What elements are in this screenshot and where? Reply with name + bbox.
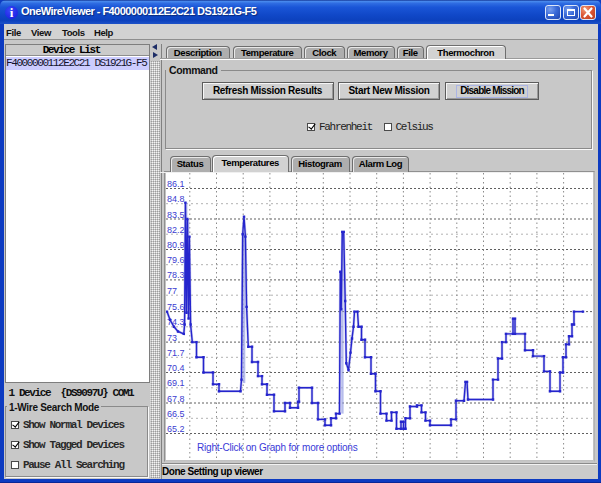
svg-text:77: 77 [167,285,177,295]
svg-text:69.1: 69.1 [167,378,185,388]
svg-text:83.5: 83.5 [167,209,185,219]
svg-text:75.6: 75.6 [167,302,185,312]
svg-text:73: 73 [167,332,177,342]
svg-text:78.3: 78.3 [167,270,185,280]
svg-text:84.8: 84.8 [167,194,185,204]
svg-text:80.9: 80.9 [167,240,185,250]
svg-text:82.2: 82.2 [167,224,185,234]
svg-text:71.7: 71.7 [167,347,185,357]
svg-text:70.4: 70.4 [167,363,185,373]
svg-text:67.8: 67.8 [167,393,185,403]
svg-text:86.1: 86.1 [167,179,185,189]
svg-text:66.5: 66.5 [167,408,185,418]
svg-text:79.6: 79.6 [167,255,185,265]
svg-text:Right-Click on Graph for more: Right-Click on Graph for more options [197,442,358,453]
svg-text:65.2: 65.2 [167,424,185,434]
